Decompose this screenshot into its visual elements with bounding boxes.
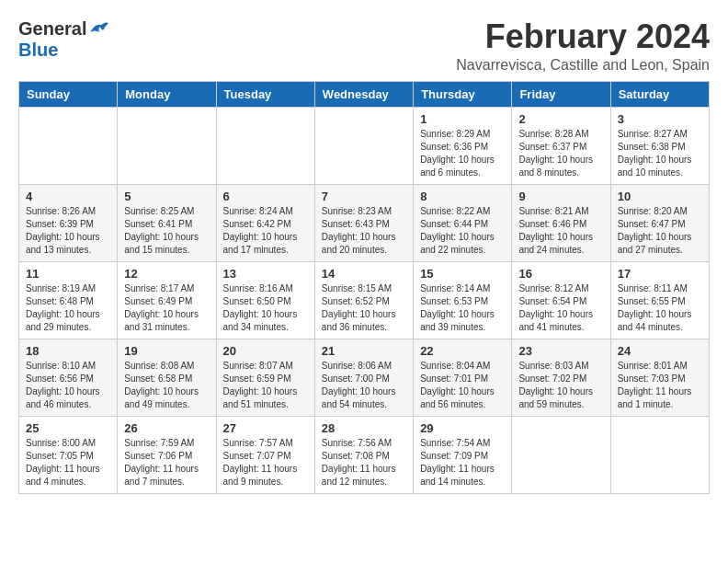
day-info: Sunrise: 8:08 AM Sunset: 6:58 PM Dayligh… — [124, 360, 209, 411]
day-info: Sunrise: 8:00 AM Sunset: 7:05 PM Dayligh… — [26, 437, 110, 488]
day-info: Sunrise: 8:06 AM Sunset: 7:00 PM Dayligh… — [322, 360, 406, 411]
day-info: Sunrise: 7:54 AM Sunset: 7:09 PM Dayligh… — [420, 437, 505, 488]
table-row: 28Sunrise: 7:56 AM Sunset: 7:08 PM Dayli… — [314, 416, 413, 493]
table-row — [19, 107, 118, 184]
calendar-table: Sunday Monday Tuesday Wednesday Thursday… — [18, 81, 710, 494]
day-info: Sunrise: 8:07 AM Sunset: 6:59 PM Dayligh… — [223, 360, 308, 411]
day-number: 18 — [26, 344, 110, 358]
table-row: 26Sunrise: 7:59 AM Sunset: 7:06 PM Dayli… — [118, 416, 216, 493]
day-info: Sunrise: 8:01 AM Sunset: 7:03 PM Dayligh… — [618, 360, 702, 411]
day-info: Sunrise: 7:59 AM Sunset: 7:06 PM Dayligh… — [124, 437, 209, 488]
day-info: Sunrise: 8:26 AM Sunset: 6:39 PM Dayligh… — [26, 205, 110, 257]
day-number: 3 — [618, 112, 702, 126]
calendar-week-row: 25Sunrise: 8:00 AM Sunset: 7:05 PM Dayli… — [19, 416, 710, 493]
calendar-week-row: 11Sunrise: 8:19 AM Sunset: 6:48 PM Dayli… — [19, 261, 710, 339]
day-number: 21 — [322, 344, 406, 358]
day-number: 9 — [518, 190, 603, 203]
day-info: Sunrise: 8:21 AM Sunset: 6:46 PM Dayligh… — [518, 205, 603, 257]
calendar-week-row: 18Sunrise: 8:10 AM Sunset: 6:56 PM Dayli… — [19, 339, 710, 416]
table-row: 27Sunrise: 7:57 AM Sunset: 7:07 PM Dayli… — [216, 416, 314, 493]
table-row: 8Sunrise: 8:22 AM Sunset: 6:44 PM Daylig… — [414, 184, 512, 261]
logo-general-text: General — [18, 18, 86, 40]
col-monday: Monday — [118, 81, 216, 107]
table-row: 1Sunrise: 8:29 AM Sunset: 6:36 PM Daylig… — [414, 107, 512, 184]
day-number: 26 — [124, 421, 209, 435]
table-row: 2Sunrise: 8:28 AM Sunset: 6:37 PM Daylig… — [512, 107, 610, 184]
table-row: 22Sunrise: 8:04 AM Sunset: 7:01 PM Dayli… — [414, 339, 512, 416]
table-row: 11Sunrise: 8:19 AM Sunset: 6:48 PM Dayli… — [19, 261, 118, 339]
day-number: 1 — [420, 112, 505, 126]
col-thursday: Thursday — [414, 81, 512, 107]
col-tuesday: Tuesday — [216, 81, 314, 107]
location-title: Navarrevisca, Castille and Leon, Spain — [456, 57, 710, 74]
day-number: 10 — [618, 190, 702, 203]
table-row — [118, 107, 216, 184]
page-header: General Blue February 2024 Navarrevisca,… — [18, 18, 710, 74]
day-number: 8 — [420, 190, 505, 203]
table-row: 21Sunrise: 8:06 AM Sunset: 7:00 PM Dayli… — [314, 339, 413, 416]
day-info: Sunrise: 8:23 AM Sunset: 6:43 PM Dayligh… — [322, 205, 406, 257]
day-number: 13 — [223, 267, 308, 281]
title-section: February 2024 Navarrevisca, Castille and… — [456, 18, 710, 74]
day-info: Sunrise: 8:03 AM Sunset: 7:02 PM Dayligh… — [518, 360, 603, 411]
day-number: 2 — [518, 112, 603, 126]
day-info: Sunrise: 8:28 AM Sunset: 6:37 PM Dayligh… — [518, 128, 603, 179]
logo-blue-text: Blue — [18, 40, 58, 60]
day-number: 11 — [26, 267, 110, 281]
day-info: Sunrise: 8:14 AM Sunset: 6:53 PM Dayligh… — [420, 282, 505, 334]
table-row: 16Sunrise: 8:12 AM Sunset: 6:54 PM Dayli… — [512, 261, 610, 339]
table-row: 6Sunrise: 8:24 AM Sunset: 6:42 PM Daylig… — [216, 184, 314, 261]
table-row: 18Sunrise: 8:10 AM Sunset: 6:56 PM Dayli… — [19, 339, 118, 416]
day-number: 12 — [124, 267, 209, 281]
logo: General Blue — [18, 18, 108, 61]
day-info: Sunrise: 8:25 AM Sunset: 6:41 PM Dayligh… — [124, 205, 209, 257]
table-row: 10Sunrise: 8:20 AM Sunset: 6:47 PM Dayli… — [610, 184, 709, 261]
month-title: February 2024 — [456, 18, 710, 55]
table-row: 13Sunrise: 8:16 AM Sunset: 6:50 PM Dayli… — [216, 261, 314, 339]
col-saturday: Saturday — [610, 81, 709, 107]
day-info: Sunrise: 8:29 AM Sunset: 6:36 PM Dayligh… — [420, 128, 505, 179]
table-row: 23Sunrise: 8:03 AM Sunset: 7:02 PM Dayli… — [512, 339, 610, 416]
table-row: 14Sunrise: 8:15 AM Sunset: 6:52 PM Dayli… — [314, 261, 413, 339]
table-row: 19Sunrise: 8:08 AM Sunset: 6:58 PM Dayli… — [118, 339, 216, 416]
table-row — [314, 107, 413, 184]
col-friday: Friday — [512, 81, 610, 107]
day-info: Sunrise: 8:04 AM Sunset: 7:01 PM Dayligh… — [420, 360, 505, 411]
day-info: Sunrise: 8:27 AM Sunset: 6:38 PM Dayligh… — [618, 128, 702, 179]
day-info: Sunrise: 8:19 AM Sunset: 6:48 PM Dayligh… — [26, 282, 110, 334]
table-row — [610, 416, 709, 493]
day-info: Sunrise: 8:15 AM Sunset: 6:52 PM Dayligh… — [322, 282, 406, 334]
day-number: 4 — [26, 190, 110, 203]
day-info: Sunrise: 8:24 AM Sunset: 6:42 PM Dayligh… — [223, 205, 308, 257]
calendar-week-row: 1Sunrise: 8:29 AM Sunset: 6:36 PM Daylig… — [19, 107, 710, 184]
day-info: Sunrise: 8:12 AM Sunset: 6:54 PM Dayligh… — [518, 282, 603, 334]
day-number: 6 — [223, 190, 308, 203]
table-row: 25Sunrise: 8:00 AM Sunset: 7:05 PM Dayli… — [19, 416, 118, 493]
day-info: Sunrise: 8:10 AM Sunset: 6:56 PM Dayligh… — [26, 360, 110, 411]
table-row: 3Sunrise: 8:27 AM Sunset: 6:38 PM Daylig… — [610, 107, 709, 184]
table-row: 5Sunrise: 8:25 AM Sunset: 6:41 PM Daylig… — [118, 184, 216, 261]
col-wednesday: Wednesday — [314, 81, 413, 107]
table-row: 20Sunrise: 8:07 AM Sunset: 6:59 PM Dayli… — [216, 339, 314, 416]
day-number: 14 — [322, 267, 406, 281]
day-number: 20 — [223, 344, 308, 358]
day-info: Sunrise: 8:17 AM Sunset: 6:49 PM Dayligh… — [124, 282, 209, 334]
table-row: 12Sunrise: 8:17 AM Sunset: 6:49 PM Dayli… — [118, 261, 216, 339]
day-number: 24 — [618, 344, 702, 358]
table-row: 7Sunrise: 8:23 AM Sunset: 6:43 PM Daylig… — [314, 184, 413, 261]
day-number: 17 — [618, 267, 702, 281]
table-row — [216, 107, 314, 184]
day-info: Sunrise: 8:22 AM Sunset: 6:44 PM Dayligh… — [420, 205, 505, 257]
day-number: 22 — [420, 344, 505, 358]
day-number: 28 — [322, 421, 406, 435]
table-row: 24Sunrise: 8:01 AM Sunset: 7:03 PM Dayli… — [610, 339, 709, 416]
day-info: Sunrise: 7:56 AM Sunset: 7:08 PM Dayligh… — [322, 437, 406, 488]
calendar-week-row: 4Sunrise: 8:26 AM Sunset: 6:39 PM Daylig… — [19, 184, 710, 261]
table-row: 15Sunrise: 8:14 AM Sunset: 6:53 PM Dayli… — [414, 261, 512, 339]
day-number: 15 — [420, 267, 505, 281]
day-number: 29 — [420, 421, 505, 435]
day-info: Sunrise: 8:20 AM Sunset: 6:47 PM Dayligh… — [618, 205, 702, 257]
table-row: 9Sunrise: 8:21 AM Sunset: 6:46 PM Daylig… — [512, 184, 610, 261]
col-sunday: Sunday — [19, 81, 118, 107]
day-number: 16 — [518, 267, 603, 281]
